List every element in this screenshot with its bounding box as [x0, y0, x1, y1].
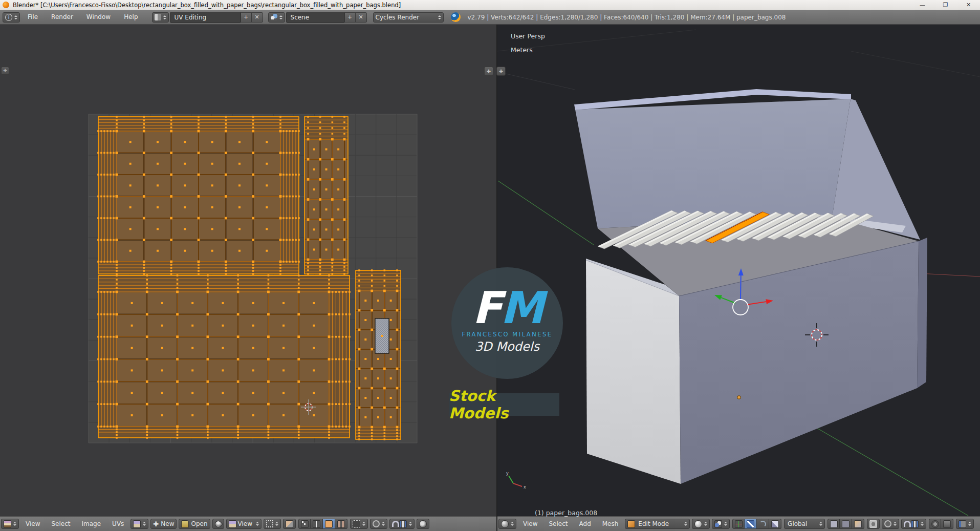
clip-border-widget[interactable]	[956, 519, 974, 529]
uv-menu-image[interactable]: Image	[76, 520, 107, 527]
menu-file[interactable]: File	[21, 10, 45, 24]
manipulator-scale-button[interactable]	[769, 519, 781, 529]
chevron-updown-icon	[256, 520, 259, 527]
pivot-center-icon	[714, 520, 722, 528]
transform-orientation-label: Global	[788, 520, 807, 527]
snap-widget[interactable]	[901, 519, 926, 529]
opengl-render-anim-icon	[943, 520, 951, 528]
opengl-render-still-button[interactable]	[929, 519, 941, 529]
rotate-manipulator-icon	[759, 521, 766, 527]
delete-scene-button[interactable]: ✕	[356, 12, 367, 23]
v3d-menu-mesh[interactable]: Mesh	[597, 520, 624, 527]
scene-name-field[interactable]: Scene	[286, 12, 344, 23]
screen-layout-icon	[155, 14, 161, 20]
limit-selection-visible-toggle[interactable]	[867, 519, 880, 529]
menu-window[interactable]: Window	[80, 10, 117, 24]
uv-render-uv-button[interactable]	[417, 519, 429, 529]
uv-sync-selection-toggle[interactable]	[283, 519, 296, 529]
blender-logo-icon	[451, 12, 461, 22]
new-image-button[interactable]: ✚New	[150, 519, 177, 529]
face-mode-button[interactable]	[852, 519, 864, 529]
delete-layout-button[interactable]: ✕	[252, 12, 263, 23]
island-select-icon	[337, 520, 345, 528]
uv-snap-widget[interactable]	[389, 519, 415, 529]
v3d-menu-select[interactable]: Select	[543, 520, 573, 527]
chevron-updown-icon	[382, 520, 385, 527]
uv-snap-target-widget[interactable]	[264, 519, 281, 529]
chevron-updown-icon	[724, 520, 727, 527]
pin-icon	[213, 519, 223, 528]
transform-orientation-select[interactable]: Global	[784, 519, 825, 529]
menu-render[interactable]: Render	[45, 10, 80, 24]
open-image-button[interactable]: Open	[179, 519, 210, 529]
info-icon: i	[5, 14, 12, 21]
sticky-select-icon	[353, 520, 360, 528]
manipulator-translate-button[interactable]	[745, 519, 757, 529]
mesh-select-mode-group	[827, 519, 864, 529]
pivot-center-widget[interactable]	[712, 519, 730, 529]
expand-toolshelf-button[interactable]: ✚	[1, 67, 9, 75]
image-browse-widget[interactable]	[130, 519, 148, 529]
render-engine-select[interactable]: Cycles Render	[373, 12, 444, 23]
v3d-menu-view[interactable]: View	[517, 520, 543, 527]
scene-stats: v2.79 | Verts:642/642 | Edges:1,280/1,28…	[468, 14, 786, 21]
uv-proportional-edit-widget[interactable]	[370, 519, 387, 529]
interaction-mode-select[interactable]: Edit Mode	[625, 519, 690, 529]
screen-layout-widget[interactable]	[152, 12, 169, 23]
clip-border-icon	[959, 520, 966, 528]
manipulator-axis-button[interactable]	[732, 519, 745, 529]
uv-face-select-button[interactable]	[323, 519, 335, 529]
add-scene-button[interactable]: +	[344, 12, 356, 23]
interaction-mode-label: Edit Mode	[638, 520, 669, 527]
expand-region-left-button[interactable]: ✚	[484, 67, 493, 76]
vertex-mode-button[interactable]	[827, 519, 840, 529]
chevron-updown-icon	[894, 520, 897, 527]
minimize-button[interactable]: —	[911, 0, 934, 10]
expand-region-right-button[interactable]: ✚	[496, 67, 506, 76]
stock-models-badge: Stock Models	[449, 393, 559, 416]
uv-vertex-select-button[interactable]	[298, 519, 311, 529]
chevron-updown-icon	[511, 520, 514, 527]
chevron-updown-icon	[438, 14, 441, 21]
uv-menu-view[interactable]: View	[20, 520, 46, 527]
render-globe-icon	[419, 520, 427, 528]
proportional-edit-widget[interactable]	[882, 519, 899, 529]
scene-widget[interactable]	[268, 12, 285, 23]
uv-menu-uvs[interactable]: UVs	[106, 520, 129, 527]
uv-editor-canvas[interactable]	[0, 25, 496, 516]
opengl-render-anim-button[interactable]	[941, 519, 953, 529]
uv-editor-type-widget[interactable]	[1, 519, 19, 529]
chevron-updown-icon	[704, 520, 707, 527]
uv-edge-select-button[interactable]	[311, 519, 323, 529]
uv-draw-type-widget[interactable]: View	[226, 519, 262, 529]
uv-menu-select[interactable]: Select	[46, 520, 76, 527]
manipulator-rotate-button[interactable]	[757, 519, 769, 529]
edge-mode-button[interactable]	[840, 519, 852, 529]
viewport-3d-header: ViewSelectAddMeshEdit Mode Global	[497, 516, 980, 531]
maximize-button[interactable]: ❐	[934, 0, 957, 10]
uv-view-mode-label: View	[238, 520, 252, 527]
chevron-updown-icon	[14, 14, 17, 21]
close-button[interactable]: ✕	[957, 0, 980, 10]
face-select-icon	[325, 520, 333, 528]
viewport-shading-icon	[694, 520, 702, 528]
uv-select-mode-group	[298, 519, 347, 529]
v3d-editor-type-widget[interactable]	[498, 519, 516, 529]
snap-magnet-icon	[904, 521, 911, 527]
editor-type-info-widget[interactable]: i	[3, 12, 20, 23]
menu-help[interactable]: Help	[117, 10, 144, 24]
pin-image-button[interactable]	[212, 519, 224, 529]
add-layout-button[interactable]: +	[241, 12, 252, 23]
info-header: i File Render Window Help UV Editing + ✕…	[0, 10, 980, 25]
v3d-menu-add[interactable]: Add	[574, 520, 597, 527]
screen-layout-name-field[interactable]: UV Editing	[170, 12, 241, 23]
viewport-shading-widget[interactable]	[692, 519, 710, 529]
uv-sticky-select-widget[interactable]	[350, 519, 368, 529]
blender-window: { "window": { "title": "Blender* [C:\\Us…	[0, 0, 980, 531]
blender-app-icon	[3, 2, 9, 8]
viewport-3d-canvas[interactable]: xy	[496, 25, 980, 516]
manipulator-group	[732, 519, 781, 529]
snap-element-icon	[399, 520, 407, 528]
uv-island-select-button[interactable]	[335, 519, 347, 529]
face-mode-cube-icon	[854, 520, 862, 528]
